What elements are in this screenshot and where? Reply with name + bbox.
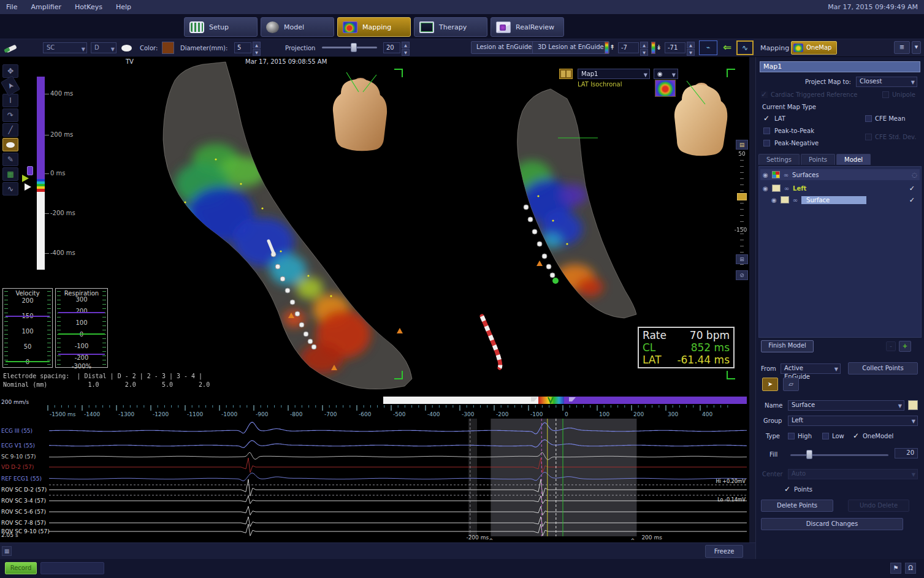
cardiac-ref-checkbox[interactable]: ✓ [761,91,768,98]
waveform-window-icon[interactable]: ∿ [736,40,754,55]
menu-amplifier[interactable]: Amplifier [31,3,61,11]
model-stack-icon[interactable]: ▤ [736,140,748,150]
eye-icon[interactable]: ◉ [771,197,777,203]
split-view-waveform-icon[interactable]: ⌁ [699,40,717,55]
rotate-tool[interactable]: ↷ [2,108,18,122]
dual-view-icon[interactable] [559,69,573,79]
visible-check-icon[interactable]: ✓ [909,196,915,204]
onemap-button[interactable]: OneMap [791,41,837,55]
link-icon[interactable]: ∞ [784,172,788,178]
fill-slider-handle[interactable] [806,450,812,459]
color-mode-icon[interactable] [772,171,780,178]
tab-mapping[interactable]: Mapping [337,17,411,37]
remove-surface-button[interactable]: - [886,341,896,351]
lat-checkbox[interactable]: ✓ [763,115,770,122]
grid-tool[interactable]: ▦ [2,167,18,181]
undo-delete-button[interactable]: Undo Delete [848,500,909,512]
diameter-value[interactable]: 5 [234,42,251,53]
panel-menu-chevron-icon[interactable]: ▼ [912,41,921,54]
eye-icon[interactable]: ◉ [763,185,768,192]
eye-icon[interactable]: ◉ [763,172,768,178]
scale-upper-handle[interactable] [27,166,33,175]
electrode-select[interactable]: D▼ [91,42,116,53]
list-view-icon[interactable]: ≣ [894,41,910,54]
menu-hotkeys[interactable]: HotKeys [75,3,102,11]
polygon-select-tool[interactable]: ▱ [783,378,799,391]
unipole-checkbox[interactable] [882,91,889,98]
pin-icon[interactable]: ◌ [912,172,917,178]
projection-slider-track[interactable] [322,47,377,48]
iso-lower-spinner[interactable]: ▲▼ [687,42,695,54]
finish-model-button[interactable]: Finish Model [761,340,814,352]
tree-row[interactable]: ◉∞Left✓ [760,183,917,194]
spinner-down-icon[interactable]: ▼ [253,49,261,56]
3d-viewport[interactable]: TV Mar 17, 2015 09:08:55 AM ✥➤Ι↷╱✎▦∿ 400… [0,57,749,395]
scale-lower-handle[interactable] [25,183,31,191]
map-name-field[interactable]: Map1 [760,61,920,72]
visible-check-icon[interactable]: ✓ [909,184,915,192]
spinner-down-icon[interactable]: ▼ [402,49,410,56]
panel-tab-settings[interactable]: Settings [758,154,800,165]
record-button[interactable]: Record [5,562,37,574]
tab-realreview[interactable]: RealReview [491,17,564,37]
projection-value[interactable]: 20 [383,42,400,53]
map-visibility-select[interactable]: ◉▼ [654,69,678,79]
freeze-button[interactable]: Freeze [705,545,743,558]
color-swatch[interactable] [162,42,174,54]
headset-icon[interactable]: Ω [905,563,916,574]
line-tool[interactable]: ╱ [2,123,18,137]
catheter-tool[interactable]: ∿ [2,182,18,196]
zoom-scale-handle[interactable] [737,193,747,200]
scale-zero-marker[interactable] [22,175,29,182]
points-checkbox[interactable]: ✓ [784,486,791,493]
fill-slider-track[interactable] [790,454,888,456]
iso-upper-value[interactable]: -7 [618,42,639,53]
3d-lesion-at-enguide-button[interactable]: 3D Lesion at EnGuide [532,41,609,54]
iso-lower-value[interactable]: -71 [665,42,685,53]
center-select[interactable]: Auto▼ [788,469,918,479]
tree-row[interactable]: ◉∞Surface✓ [769,194,917,205]
catheter-icon[interactable] [3,41,19,55]
tab-therapy[interactable]: Therapy [414,17,487,37]
lock-icon[interactable]: ⊘ [736,270,748,280]
spinner-down-icon[interactable]: ▼ [687,49,695,56]
back-arrow-icon[interactable]: ⇐ [719,40,735,55]
delete-points-button[interactable]: Delete Points [761,500,833,512]
discard-changes-button[interactable]: Discard Changes [761,518,903,530]
iso-upper-spinner[interactable]: ▲▼ [640,42,648,54]
menu-file[interactable]: File [6,3,17,11]
surface-color-swatch[interactable] [772,184,781,192]
ibeam-tool[interactable]: Ι [2,94,18,107]
segment-name-field[interactable] [40,562,104,574]
collect-points-button[interactable]: Collect Points [848,362,918,375]
waveform-panel[interactable]: -1500 ms-1400-1300-1200-1100-1000-900-80… [0,395,749,542]
flag-icon[interactable]: ⚑ [890,563,901,574]
map-thumbnail[interactable] [655,80,676,97]
panel-tab-points[interactable]: Points [801,154,835,165]
cfe-std-checkbox[interactable] [865,134,872,140]
type-onemodel-checkbox[interactable]: ✓ [853,433,860,439]
ellipse-tool[interactable] [2,138,18,151]
peak-negative-checkbox[interactable] [763,140,770,146]
add-surface-button[interactable]: + [899,341,911,352]
spinner-up-icon[interactable]: ▲ [640,42,648,48]
spinner-down-icon[interactable]: ▼ [640,49,648,56]
projection-slider-handle[interactable] [351,43,357,52]
spinner-up-icon[interactable]: ▲ [402,42,410,48]
select-arrow-tool[interactable]: ➤ [762,378,778,391]
pencil-tool[interactable]: ✎ [2,153,18,166]
link-icon[interactable]: ∞ [793,197,798,203]
spinner-up-icon[interactable]: ▲ [253,42,261,48]
map-select[interactable]: Map1▼ [578,69,650,79]
lesion-at-enguide-button[interactable]: Lesion at EnGuide [471,41,537,54]
tab-model[interactable]: Model [261,17,334,37]
select-tool[interactable]: ➤ [1,75,20,96]
panel-tab-model[interactable]: Model [836,154,871,165]
type-low-checkbox[interactable] [822,433,829,439]
cfe-mean-checkbox[interactable] [865,115,872,122]
diameter-spinner[interactable]: ▲▼ [253,42,261,54]
projection-spinner[interactable]: ▲▼ [402,42,410,54]
surface-color-swatch[interactable] [908,400,918,410]
type-high-checkbox[interactable] [788,433,795,439]
surface-color-swatch[interactable] [781,196,789,203]
